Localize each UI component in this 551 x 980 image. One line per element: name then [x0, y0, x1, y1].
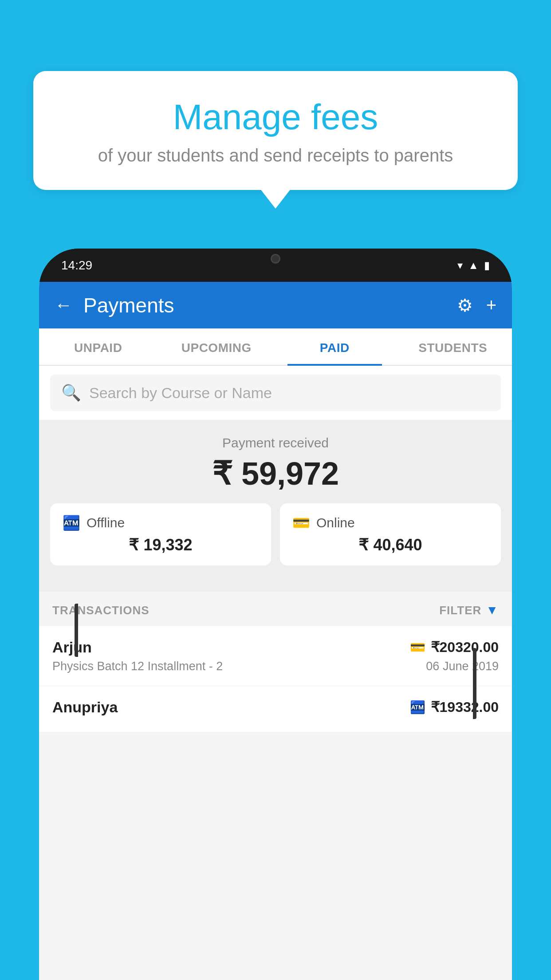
filter-label: FILTER	[439, 604, 481, 617]
camera	[271, 254, 280, 264]
online-payment-icon: 💳	[410, 640, 425, 655]
transaction-bottom-arjun: Physics Batch 12 Installment - 2 06 June…	[52, 660, 499, 673]
payment-cards-row: 🏧 Offline ₹ 19,332 💳 Online ₹ 40,640	[39, 503, 512, 579]
online-card-header: 💳 Online	[292, 514, 488, 531]
transaction-date-arjun: 06 June 2019	[426, 660, 499, 673]
transaction-amount-value-arjun: ₹20320.00	[431, 639, 499, 656]
battery-icon: ▮	[484, 259, 490, 272]
search-bar[interactable]: 🔍 Search by Course or Name	[50, 375, 501, 411]
header-actions: ⚙ +	[457, 295, 496, 316]
transaction-amount-value-anupriya: ₹19332.00	[431, 699, 499, 715]
tabs-container: UNPAID UPCOMING PAID STUDENTS	[39, 328, 512, 366]
payment-total-amount: ₹ 59,972	[39, 455, 512, 492]
wifi-icon: ▾	[457, 259, 463, 272]
transaction-name-anupriya: Anupriya	[52, 699, 118, 716]
search-icon: 🔍	[61, 383, 81, 402]
phone-frame: 14:29 ▾ ▲ ▮ ← Payments ⚙ + UNPAID UPCOMI…	[39, 249, 512, 980]
offline-card: 🏧 Offline ₹ 19,332	[50, 503, 271, 565]
status-bar: 14:29 ▾ ▲ ▮	[39, 249, 512, 282]
transactions-label: TRANSACTIONS	[52, 604, 150, 617]
online-icon: 💳	[292, 514, 310, 531]
filter-icon: ▼	[486, 603, 499, 617]
status-time: 14:29	[61, 258, 92, 273]
transaction-top-anupriya: Anupriya 🏧 ₹19332.00	[52, 699, 499, 716]
back-button[interactable]: ←	[55, 295, 72, 315]
online-label: Online	[316, 515, 355, 530]
status-icons: ▾ ▲ ▮	[457, 259, 490, 272]
payment-summary: Payment received ₹ 59,972 🏧 Offline ₹ 19…	[39, 420, 512, 592]
bubble-title: Manage fees	[55, 98, 496, 137]
tab-unpaid[interactable]: UNPAID	[39, 328, 157, 365]
tab-upcoming[interactable]: UPCOMING	[157, 328, 276, 365]
app-header: ← Payments ⚙ +	[39, 282, 512, 328]
table-row[interactable]: Arjun 💳 ₹20320.00 Physics Batch 12 Insta…	[39, 626, 512, 686]
search-input[interactable]: Search by Course or Name	[89, 384, 272, 402]
add-icon[interactable]: +	[486, 295, 496, 315]
phone-screen: ← Payments ⚙ + UNPAID UPCOMING PAID STUD…	[39, 282, 512, 980]
transaction-amount-anupriya: 🏧 ₹19332.00	[410, 699, 499, 715]
filter-button[interactable]: FILTER ▼	[439, 603, 499, 617]
offline-amount: ₹ 19,332	[63, 536, 259, 554]
transaction-amount-arjun: 💳 ₹20320.00	[410, 639, 499, 656]
transaction-top-arjun: Arjun 💳 ₹20320.00	[52, 639, 499, 656]
offline-payment-icon: 🏧	[410, 700, 425, 715]
speech-bubble: Manage fees of your students and send re…	[33, 71, 518, 190]
table-row[interactable]: Anupriya 🏧 ₹19332.00	[39, 686, 512, 732]
notch	[244, 249, 307, 269]
page-title: Payments	[83, 293, 457, 317]
settings-icon[interactable]: ⚙	[457, 295, 473, 316]
volume-button	[75, 604, 78, 657]
search-container: 🔍 Search by Course or Name	[39, 366, 512, 420]
online-card: 💳 Online ₹ 40,640	[280, 503, 501, 565]
offline-icon: 🏧	[63, 514, 80, 531]
transaction-name-arjun: Arjun	[52, 639, 92, 656]
signal-icon: ▲	[468, 259, 479, 272]
payment-received-label: Payment received	[39, 435, 512, 450]
offline-label: Offline	[87, 515, 125, 530]
transactions-header: TRANSACTIONS FILTER ▼	[39, 592, 512, 626]
tab-paid[interactable]: PAID	[276, 328, 394, 365]
power-button	[473, 648, 476, 719]
tab-students[interactable]: STUDENTS	[394, 328, 512, 365]
bubble-subtitle: of your students and send receipts to pa…	[55, 146, 496, 166]
offline-card-header: 🏧 Offline	[63, 514, 259, 531]
transaction-course-arjun: Physics Batch 12 Installment - 2	[52, 660, 223, 673]
online-amount: ₹ 40,640	[292, 536, 488, 554]
